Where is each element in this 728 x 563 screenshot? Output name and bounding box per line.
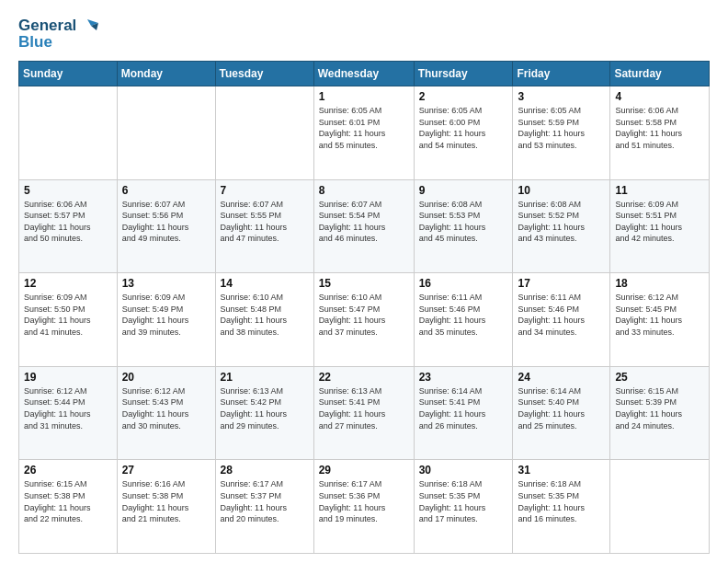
day-number: 23 xyxy=(419,371,508,384)
day-cell: 18Sunrise: 6:12 AM Sunset: 5:45 PM Dayli… xyxy=(610,273,710,367)
day-cell: 11Sunrise: 6:09 AM Sunset: 5:51 PM Dayli… xyxy=(610,179,710,273)
day-info: Sunrise: 6:15 AM Sunset: 5:39 PM Dayligh… xyxy=(615,385,704,431)
day-number: 14 xyxy=(221,277,309,290)
day-number: 12 xyxy=(24,277,112,290)
week-row-1: 5Sunrise: 6:06 AM Sunset: 5:57 PM Daylig… xyxy=(19,179,710,273)
weekday-sunday: Sunday xyxy=(19,62,118,86)
day-cell: 5Sunrise: 6:06 AM Sunset: 5:57 PM Daylig… xyxy=(19,179,118,273)
day-info: Sunrise: 6:08 AM Sunset: 5:52 PM Dayligh… xyxy=(518,199,605,245)
day-info: Sunrise: 6:16 AM Sunset: 5:38 PM Dayligh… xyxy=(122,478,210,524)
day-info: Sunrise: 6:06 AM Sunset: 5:57 PM Dayligh… xyxy=(24,199,112,245)
day-info: Sunrise: 6:17 AM Sunset: 5:36 PM Dayligh… xyxy=(319,478,409,524)
header: General Blue xyxy=(18,17,710,52)
day-info: Sunrise: 6:11 AM Sunset: 5:46 PM Dayligh… xyxy=(518,292,605,338)
day-cell: 25Sunrise: 6:15 AM Sunset: 5:39 PM Dayli… xyxy=(610,366,710,460)
day-cell: 12Sunrise: 6:09 AM Sunset: 5:50 PM Dayli… xyxy=(19,273,118,367)
weekday-thursday: Thursday xyxy=(414,62,513,86)
weekday-row: SundayMondayTuesdayWednesdayThursdayFrid… xyxy=(19,62,710,86)
day-number: 15 xyxy=(319,277,409,290)
day-cell: 14Sunrise: 6:10 AM Sunset: 5:48 PM Dayli… xyxy=(215,273,313,367)
day-number: 6 xyxy=(122,184,210,197)
day-info: Sunrise: 6:14 AM Sunset: 5:41 PM Dayligh… xyxy=(419,385,508,431)
day-cell: 2Sunrise: 6:05 AM Sunset: 6:00 PM Daylig… xyxy=(414,86,513,180)
day-cell xyxy=(610,460,710,554)
day-number: 4 xyxy=(615,90,704,103)
day-info: Sunrise: 6:11 AM Sunset: 5:46 PM Dayligh… xyxy=(419,292,508,338)
day-cell: 26Sunrise: 6:15 AM Sunset: 5:38 PM Dayli… xyxy=(19,460,118,554)
day-number: 10 xyxy=(518,184,605,197)
day-number: 21 xyxy=(221,371,309,384)
week-row-4: 26Sunrise: 6:15 AM Sunset: 5:38 PM Dayli… xyxy=(19,460,710,554)
day-number: 31 xyxy=(518,464,605,477)
logo-bird-icon xyxy=(78,17,98,34)
week-row-2: 12Sunrise: 6:09 AM Sunset: 5:50 PM Dayli… xyxy=(19,273,710,367)
day-info: Sunrise: 6:05 AM Sunset: 5:59 PM Dayligh… xyxy=(518,105,605,151)
day-info: Sunrise: 6:18 AM Sunset: 5:35 PM Dayligh… xyxy=(419,478,508,524)
day-info: Sunrise: 6:18 AM Sunset: 5:35 PM Dayligh… xyxy=(518,478,605,524)
day-number: 5 xyxy=(24,184,112,197)
day-info: Sunrise: 6:17 AM Sunset: 5:37 PM Dayligh… xyxy=(221,478,309,524)
day-number: 2 xyxy=(419,90,508,103)
weekday-tuesday: Tuesday xyxy=(215,62,313,86)
day-cell: 21Sunrise: 6:13 AM Sunset: 5:42 PM Dayli… xyxy=(215,366,313,460)
day-number: 22 xyxy=(319,371,409,384)
calendar-header: SundayMondayTuesdayWednesdayThursdayFrid… xyxy=(19,62,710,86)
day-number: 11 xyxy=(615,184,704,197)
day-cell: 29Sunrise: 6:17 AM Sunset: 5:36 PM Dayli… xyxy=(313,460,414,554)
day-info: Sunrise: 6:05 AM Sunset: 6:01 PM Dayligh… xyxy=(319,105,409,151)
day-info: Sunrise: 6:10 AM Sunset: 5:47 PM Dayligh… xyxy=(319,292,409,338)
day-cell: 7Sunrise: 6:07 AM Sunset: 5:55 PM Daylig… xyxy=(215,179,313,273)
calendar: SundayMondayTuesdayWednesdayThursdayFrid… xyxy=(18,61,710,554)
day-info: Sunrise: 6:07 AM Sunset: 5:56 PM Dayligh… xyxy=(122,199,210,245)
day-number: 29 xyxy=(319,464,409,477)
day-cell: 10Sunrise: 6:08 AM Sunset: 5:52 PM Dayli… xyxy=(513,179,610,273)
day-cell xyxy=(117,86,215,180)
day-number: 17 xyxy=(518,277,605,290)
day-info: Sunrise: 6:13 AM Sunset: 5:42 PM Dayligh… xyxy=(221,385,309,431)
day-info: Sunrise: 6:13 AM Sunset: 5:41 PM Dayligh… xyxy=(319,385,409,431)
day-number: 24 xyxy=(518,371,605,384)
weekday-friday: Friday xyxy=(513,62,610,86)
day-info: Sunrise: 6:05 AM Sunset: 6:00 PM Dayligh… xyxy=(419,105,508,151)
day-cell: 17Sunrise: 6:11 AM Sunset: 5:46 PM Dayli… xyxy=(513,273,610,367)
day-info: Sunrise: 6:06 AM Sunset: 5:58 PM Dayligh… xyxy=(615,105,704,151)
day-cell: 1Sunrise: 6:05 AM Sunset: 6:01 PM Daylig… xyxy=(313,86,414,180)
day-number: 9 xyxy=(419,184,508,197)
day-cell: 30Sunrise: 6:18 AM Sunset: 5:35 PM Dayli… xyxy=(414,460,513,554)
day-number: 28 xyxy=(221,464,309,477)
day-cell: 22Sunrise: 6:13 AM Sunset: 5:41 PM Dayli… xyxy=(313,366,414,460)
day-info: Sunrise: 6:10 AM Sunset: 5:48 PM Dayligh… xyxy=(221,292,309,338)
day-cell: 3Sunrise: 6:05 AM Sunset: 5:59 PM Daylig… xyxy=(513,86,610,180)
page: General Blue SundayMondayTuesdayWednesda… xyxy=(0,0,728,563)
day-cell xyxy=(19,86,118,180)
day-cell: 24Sunrise: 6:14 AM Sunset: 5:40 PM Dayli… xyxy=(513,366,610,460)
day-number: 16 xyxy=(419,277,508,290)
weekday-monday: Monday xyxy=(117,62,215,86)
day-number: 30 xyxy=(419,464,508,477)
day-number: 25 xyxy=(615,371,704,384)
day-cell: 20Sunrise: 6:12 AM Sunset: 5:43 PM Dayli… xyxy=(117,366,215,460)
day-cell: 31Sunrise: 6:18 AM Sunset: 5:35 PM Dayli… xyxy=(513,460,610,554)
day-cell: 16Sunrise: 6:11 AM Sunset: 5:46 PM Dayli… xyxy=(414,273,513,367)
weekday-wednesday: Wednesday xyxy=(313,62,414,86)
day-info: Sunrise: 6:07 AM Sunset: 5:54 PM Dayligh… xyxy=(319,199,409,245)
calendar-body: 1Sunrise: 6:05 AM Sunset: 6:01 PM Daylig… xyxy=(19,86,710,554)
day-number: 7 xyxy=(221,184,309,197)
day-number: 13 xyxy=(122,277,210,290)
logo: General Blue xyxy=(18,17,102,52)
day-number: 3 xyxy=(518,90,605,103)
day-cell: 9Sunrise: 6:08 AM Sunset: 5:53 PM Daylig… xyxy=(414,179,513,273)
week-row-3: 19Sunrise: 6:12 AM Sunset: 5:44 PM Dayli… xyxy=(19,366,710,460)
day-number: 26 xyxy=(24,464,112,477)
day-number: 27 xyxy=(122,464,210,477)
weekday-saturday: Saturday xyxy=(610,62,710,86)
day-cell: 4Sunrise: 6:06 AM Sunset: 5:58 PM Daylig… xyxy=(610,86,710,180)
day-info: Sunrise: 6:09 AM Sunset: 5:50 PM Dayligh… xyxy=(24,292,112,338)
day-info: Sunrise: 6:08 AM Sunset: 5:53 PM Dayligh… xyxy=(419,199,508,245)
day-cell: 13Sunrise: 6:09 AM Sunset: 5:49 PM Dayli… xyxy=(117,273,215,367)
day-info: Sunrise: 6:12 AM Sunset: 5:43 PM Dayligh… xyxy=(122,385,210,431)
day-cell: 6Sunrise: 6:07 AM Sunset: 5:56 PM Daylig… xyxy=(117,179,215,273)
day-number: 20 xyxy=(122,371,210,384)
day-number: 8 xyxy=(319,184,409,197)
day-cell: 28Sunrise: 6:17 AM Sunset: 5:37 PM Dayli… xyxy=(215,460,313,554)
